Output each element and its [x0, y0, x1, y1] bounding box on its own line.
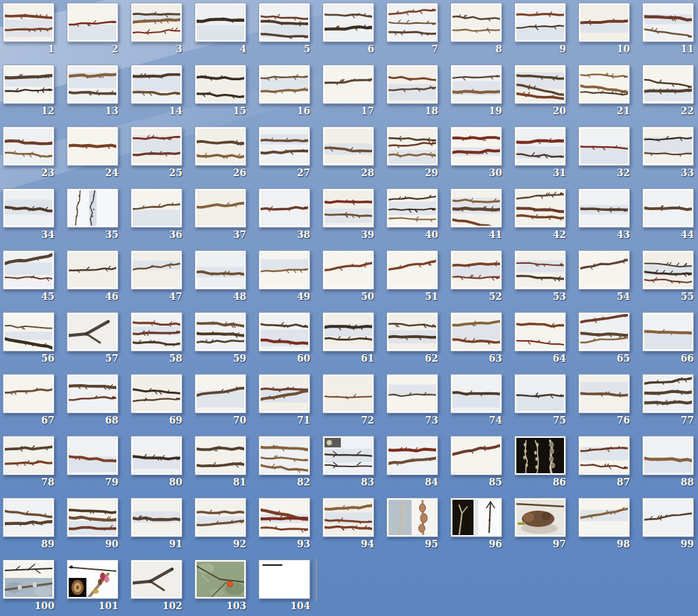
slide-thumbnail-52[interactable]: 52	[450, 250, 503, 305]
slide-thumbnail-93[interactable]: 93	[259, 498, 312, 552]
slide-thumbnail-58[interactable]: 58	[131, 312, 184, 366]
slide-thumbnail-92[interactable]: 92	[195, 498, 248, 552]
slide-thumbnail-24[interactable]: 24	[67, 126, 120, 181]
slide-thumbnail-2[interactable]: 2	[67, 3, 120, 57]
slide-thumbnail-69[interactable]: 69	[131, 374, 184, 428]
slide-thumbnail-51[interactable]: 51	[386, 250, 439, 305]
slide-thumbnail-26[interactable]: 26	[195, 126, 248, 181]
slide-thumbnail-101[interactable]: 101	[67, 560, 120, 614]
slide-thumbnail-16[interactable]: 16	[259, 65, 312, 119]
slide-thumbnail-38[interactable]: 38	[259, 188, 312, 243]
slide-thumbnail-91[interactable]: 91	[131, 498, 184, 552]
slide-thumbnail-86[interactable]: 86	[514, 436, 567, 490]
slide-thumbnail-12[interactable]: 12	[3, 65, 56, 119]
slide-thumbnail-31[interactable]: 31	[514, 126, 567, 181]
slide-thumbnail-29[interactable]: 29	[386, 126, 439, 181]
slide-thumbnail-78[interactable]: 78	[3, 436, 56, 490]
slide-thumbnail-70[interactable]: 70	[195, 374, 248, 428]
slide-thumbnail-98[interactable]: 98	[578, 498, 631, 552]
slide-thumbnail-102[interactable]: 102	[131, 560, 184, 614]
slide-thumbnail-39[interactable]: 39	[322, 188, 376, 243]
slide-thumbnail-75[interactable]: 75	[514, 374, 567, 428]
slide-thumbnail-77[interactable]: 77	[642, 374, 695, 428]
slide-thumbnail-67[interactable]: 67	[3, 374, 56, 428]
slide-thumbnail-84[interactable]: 84	[386, 436, 439, 490]
slide-thumbnail-103[interactable]: 103	[195, 560, 248, 614]
slide-thumbnail-61[interactable]: 61	[322, 312, 376, 366]
slide-thumbnail-44[interactable]: 44	[642, 188, 695, 243]
slide-thumbnail-65[interactable]: 65	[578, 312, 631, 366]
slide-thumbnail-87[interactable]: 87	[578, 436, 631, 490]
slide-thumbnail-43[interactable]: 43	[578, 188, 631, 243]
slide-thumbnail-104[interactable]: 104	[259, 560, 312, 614]
slide-thumbnail-23[interactable]: 23	[3, 126, 56, 181]
slide-thumbnail-83[interactable]: 83	[322, 436, 376, 490]
slide-thumbnail-17[interactable]: 17	[322, 65, 376, 119]
slide-thumbnail-57[interactable]: 57	[67, 312, 120, 366]
slide-thumbnail-1[interactable]: 1	[3, 3, 56, 57]
slide-thumbnail-30[interactable]: 30	[450, 126, 503, 181]
slide-thumbnail-49[interactable]: 49	[259, 250, 312, 305]
slide-thumbnail-99[interactable]: 99	[642, 498, 695, 552]
slide-thumbnail-6[interactable]: 6	[322, 3, 376, 57]
slide-thumbnail-90[interactable]: 90	[67, 498, 120, 552]
slide-thumbnail-85[interactable]: 85	[450, 436, 503, 490]
slide-thumbnail-19[interactable]: 19	[450, 65, 503, 119]
slide-thumbnail-9[interactable]: 9	[514, 3, 567, 57]
slide-thumbnail-40[interactable]: 40	[386, 188, 439, 243]
slide-thumbnail-55[interactable]: 55	[642, 250, 695, 305]
slide-thumbnail-59[interactable]: 59	[195, 312, 248, 366]
slide-thumbnail-37[interactable]: 37	[195, 188, 248, 243]
slide-thumbnail-54[interactable]: 54	[578, 250, 631, 305]
slide-thumbnail-35[interactable]: 35	[67, 188, 120, 243]
slide-thumbnail-100[interactable]: 100	[3, 560, 56, 614]
slide-thumbnail-82[interactable]: 82	[259, 436, 312, 490]
slide-thumbnail-25[interactable]: 25	[131, 126, 184, 181]
slide-thumbnail-8[interactable]: 8	[450, 3, 503, 57]
slide-thumbnail-89[interactable]: 89	[3, 498, 56, 552]
slide-thumbnail-32[interactable]: 32	[578, 126, 631, 181]
slide-thumbnail-28[interactable]: 28	[322, 126, 376, 181]
slide-thumbnail-20[interactable]: 20	[514, 65, 567, 119]
slide-thumbnail-76[interactable]: 76	[578, 374, 631, 428]
slide-thumbnail-18[interactable]: 18	[386, 65, 439, 119]
slide-thumbnail-68[interactable]: 68	[67, 374, 120, 428]
slide-thumbnail-36[interactable]: 36	[131, 188, 184, 243]
slide-thumbnail-13[interactable]: 13	[67, 65, 120, 119]
slide-thumbnail-46[interactable]: 46	[67, 250, 120, 305]
slide-thumbnail-72[interactable]: 72	[322, 374, 376, 428]
slide-thumbnail-21[interactable]: 21	[578, 65, 631, 119]
slide-thumbnail-81[interactable]: 81	[195, 436, 248, 490]
slide-thumbnail-34[interactable]: 34	[3, 188, 56, 243]
slide-thumbnail-47[interactable]: 47	[131, 250, 184, 305]
slide-thumbnail-94[interactable]: 94	[322, 498, 376, 552]
slide-thumbnail-79[interactable]: 79	[67, 436, 120, 490]
slide-thumbnail-15[interactable]: 15	[195, 65, 248, 119]
slide-thumbnail-41[interactable]: 41	[450, 188, 503, 243]
slide-thumbnail-11[interactable]: 11	[642, 3, 695, 57]
slide-thumbnail-53[interactable]: 53	[514, 250, 567, 305]
slide-thumbnail-10[interactable]: 10	[578, 3, 631, 57]
slide-thumbnail-60[interactable]: 60	[259, 312, 312, 366]
slide-thumbnail-62[interactable]: 62	[386, 312, 439, 366]
slide-thumbnail-4[interactable]: 4	[195, 3, 248, 57]
slide-thumbnail-50[interactable]: 50	[322, 250, 376, 305]
slide-thumbnail-80[interactable]: 80	[131, 436, 184, 490]
slide-thumbnail-63[interactable]: 63	[450, 312, 503, 366]
slide-thumbnail-73[interactable]: 73	[386, 374, 439, 428]
slide-thumbnail-48[interactable]: 48	[195, 250, 248, 305]
slide-thumbnail-22[interactable]: 22	[642, 65, 695, 119]
slide-thumbnail-14[interactable]: 14	[131, 65, 184, 119]
slide-thumbnail-42[interactable]: 42	[514, 188, 567, 243]
slide-thumbnail-33[interactable]: 33	[642, 126, 695, 181]
slide-thumbnail-45[interactable]: 45	[3, 250, 56, 305]
slide-thumbnail-3[interactable]: 3	[131, 3, 184, 57]
slide-thumbnail-27[interactable]: 27	[259, 126, 312, 181]
slide-thumbnail-7[interactable]: 7	[386, 3, 439, 57]
slide-thumbnail-97[interactable]: 97	[514, 498, 567, 552]
slide-thumbnail-74[interactable]: 74	[450, 374, 503, 428]
slide-thumbnail-88[interactable]: 88	[642, 436, 695, 490]
slide-thumbnail-5[interactable]: 5	[259, 3, 312, 57]
slide-thumbnail-95[interactable]: 95	[386, 498, 439, 552]
slide-thumbnail-71[interactable]: 71	[259, 374, 312, 428]
